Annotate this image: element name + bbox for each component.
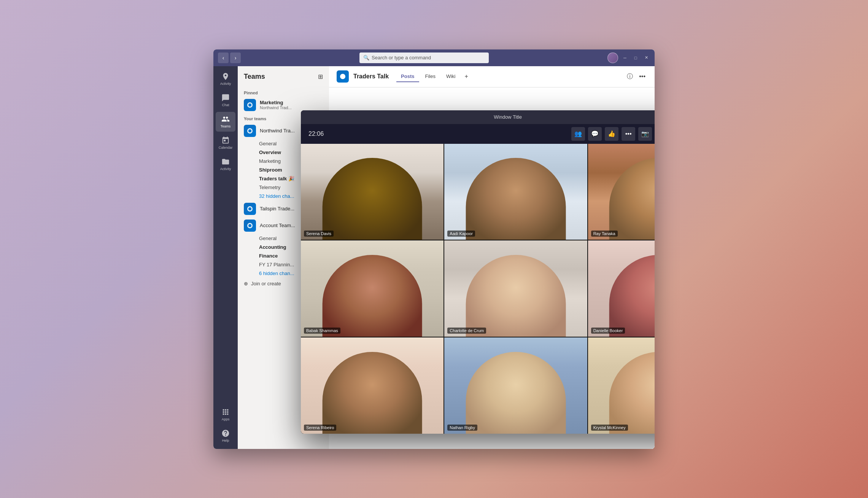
sidebar-files-label: Activity xyxy=(220,167,231,171)
search-area: 🔍 Search or type a command xyxy=(241,53,607,63)
sidebar-item-activity[interactable]: Activity xyxy=(216,69,235,89)
video-cell-serena-ribeiro: Serena Ribeiro xyxy=(301,337,444,434)
participants-button[interactable]: 👥 xyxy=(571,127,585,141)
app-window: ‹ › 🔍 Search or type a command ─ □ ✕ Act… xyxy=(213,49,655,449)
account-avatar xyxy=(244,220,256,232)
tab-wiki[interactable]: Wiki xyxy=(442,71,460,82)
participant-name-1: Serena Davis xyxy=(304,231,334,237)
participant-name-4: Babak Shammas xyxy=(304,328,340,334)
participant-name-8: Nathan Rigby xyxy=(447,425,477,431)
sidebar-calendar-label: Calendar xyxy=(219,146,233,150)
sidebar-item-teams[interactable]: Teams xyxy=(216,112,235,132)
video-cell-charlotte: Charlotte de Crum xyxy=(444,240,587,337)
video-cell-aadi-kapoor: Aadi Kapoor xyxy=(444,144,587,240)
svg-point-1 xyxy=(248,103,251,107)
northwind-name: Northwind Tra... xyxy=(260,128,295,134)
nav-controls: ‹ › xyxy=(218,53,241,63)
call-title-bar: Window Title ─ □ ✕ xyxy=(301,110,655,124)
northwind-avatar xyxy=(244,125,256,137)
participant-name-5: Charlotte de Crum xyxy=(447,328,486,334)
maximize-button[interactable]: □ xyxy=(632,54,639,62)
header-actions: ⓘ ••• xyxy=(625,71,647,82)
channel-tabs: Posts Files Wiki + xyxy=(396,71,471,82)
react-button[interactable]: 👍 xyxy=(605,127,618,141)
back-button[interactable]: ‹ xyxy=(218,53,229,63)
account-name: Account Team... xyxy=(260,223,295,228)
marketing-sub: Northwind Trad... xyxy=(260,105,292,110)
search-box[interactable]: 🔍 Search or type a command xyxy=(359,53,489,63)
chat-button[interactable]: 💬 xyxy=(588,127,602,141)
user-avatar[interactable] xyxy=(607,53,618,63)
participant-name-7: Serena Ribeiro xyxy=(304,425,336,431)
svg-point-3 xyxy=(248,129,251,132)
sidebar-chat-label: Chat xyxy=(222,103,229,107)
channel-name: Traders Talk xyxy=(353,73,389,80)
participant-name-6: Danielle Booker xyxy=(591,328,625,334)
participant-name-2: Aadi Kapoor xyxy=(447,231,475,237)
channel-logo xyxy=(337,70,349,83)
close-button[interactable]: ✕ xyxy=(642,54,650,62)
video-cell-krystal-mckinney: Krystal McKinney xyxy=(588,337,655,434)
call-title: Window Title xyxy=(305,114,655,120)
svg-point-5 xyxy=(248,207,251,210)
sidebar-item-help[interactable]: Help xyxy=(216,426,235,446)
teams-header: Teams ⊞ xyxy=(238,66,329,88)
info-button[interactable]: ⓘ xyxy=(625,71,634,82)
camera-button[interactable]: 📷 xyxy=(638,127,652,141)
tailspin-avatar xyxy=(244,203,256,215)
tab-files[interactable]: Files xyxy=(421,71,440,82)
sidebar-activity-label: Activity xyxy=(220,82,231,86)
sidebar-item-files[interactable]: Activity xyxy=(216,154,235,174)
tab-posts[interactable]: Posts xyxy=(396,71,419,82)
marketing-name: Marketing xyxy=(260,100,292,105)
icon-sidebar: Activity Chat Teams Calendar Activity xyxy=(213,66,238,449)
call-toolbar: 22:06 👥 💬 👍 ••• 📷 🎤 📤 📞 Leave xyxy=(301,124,655,144)
pinned-label: Pinned xyxy=(238,88,329,97)
more-button[interactable]: ••• xyxy=(637,72,647,81)
sidebar-apps-label: Apps xyxy=(222,417,230,421)
video-cell-ray-tanaka: Ray Tanaka xyxy=(588,144,655,240)
teams-title: Teams xyxy=(244,73,265,81)
sidebar-help-label: Help xyxy=(222,439,229,442)
video-cell-danielle: Danielle Booker xyxy=(588,240,655,337)
filter-button[interactable]: ⊞ xyxy=(318,73,323,80)
participant-name-9: Krystal McKinney xyxy=(591,425,628,431)
svg-point-7 xyxy=(248,224,251,227)
call-action-buttons: 👥 💬 👍 ••• 📷 🎤 📤 📞 Leave xyxy=(571,127,655,141)
tailspin-name: Tailspin Trade... xyxy=(260,206,294,212)
video-grid: Serena Davis Aadi Kapoor Ray Tanaka Baba xyxy=(301,144,655,434)
tab-add-button[interactable]: + xyxy=(462,71,471,82)
search-placeholder: Search or type a command xyxy=(372,55,431,60)
more-actions-button[interactable]: ••• xyxy=(622,127,635,141)
video-cell-serena-davis: Serena Davis xyxy=(301,144,444,240)
join-icon: ⊕ xyxy=(244,281,248,286)
minimize-button[interactable]: ─ xyxy=(621,54,629,62)
title-bar: ‹ › 🔍 Search or type a command ─ □ ✕ xyxy=(213,49,655,66)
sidebar-teams-label: Teams xyxy=(221,124,231,128)
participant-name-3: Ray Tanaka xyxy=(591,231,618,237)
marketing-avatar xyxy=(244,99,256,111)
sidebar-item-apps[interactable]: Apps xyxy=(216,405,235,425)
video-cell-nathan-rigby: Nathan Rigby xyxy=(444,337,587,434)
call-time: 22:06 xyxy=(308,130,324,137)
sidebar-item-chat[interactable]: Chat xyxy=(216,91,235,110)
forward-button[interactable]: › xyxy=(230,53,241,63)
marketing-team-info: Marketing Northwind Trad... xyxy=(260,100,292,110)
sidebar-item-calendar[interactable]: Calendar xyxy=(216,133,235,153)
search-icon: 🔍 xyxy=(363,55,369,60)
title-actions: ─ □ ✕ xyxy=(607,53,650,63)
channel-header: Traders Talk Posts Files Wiki + ⓘ ••• xyxy=(329,66,655,88)
video-call-overlay: Window Title ─ □ ✕ 22:06 👥 💬 👍 ••• 📷 🎤 📤… xyxy=(301,110,655,434)
video-cell-babak-shammas: Babak Shammas xyxy=(301,240,444,337)
svg-point-8 xyxy=(340,74,345,79)
join-label: Join or create xyxy=(251,281,281,286)
